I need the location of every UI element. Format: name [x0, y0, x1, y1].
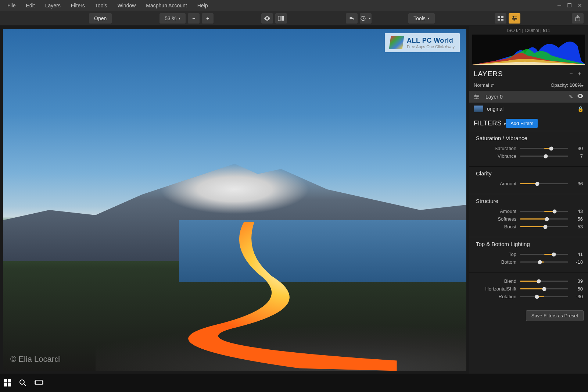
zoom-dropdown[interactable]: 53 %▾ [159, 13, 186, 24]
slider-track[interactable] [520, 281, 568, 282]
slider-value: 36 [572, 181, 583, 186]
slider-value: 39 [572, 278, 583, 284]
svg-line-19 [24, 384, 26, 386]
filters-header[interactable]: FILTERS ▾ [474, 120, 506, 127]
slider-track[interactable] [520, 254, 568, 255]
slider-row: Saturation30 [476, 146, 583, 151]
minimize-icon[interactable]: ─ [557, 3, 561, 8]
watermark-logo-icon [389, 36, 404, 49]
svg-point-12 [477, 96, 478, 97]
canvas-area[interactable]: © Elia Locardi ALL PC World Free Apps On… [0, 26, 469, 374]
search-icon[interactable] [19, 379, 26, 386]
slider-track[interactable] [520, 261, 568, 263]
menu-macphun-account[interactable]: Macphun Account [141, 0, 192, 11]
menu-tools[interactable]: Tools [90, 0, 112, 11]
slider-knob[interactable] [542, 287, 546, 291]
slider-value: 43 [572, 209, 583, 214]
svg-rect-6 [501, 19, 503, 21]
slider-label: Bottom [476, 259, 516, 265]
chevron-down-icon: ▾ [179, 16, 180, 20]
preview-button[interactable] [261, 13, 273, 24]
taskview-icon[interactable] [35, 379, 43, 386]
slider-knob[interactable] [537, 279, 541, 283]
slider-track[interactable] [520, 288, 568, 289]
adjust-panel-button[interactable] [509, 13, 520, 24]
menu-filters[interactable]: Filters [66, 0, 90, 11]
history-button[interactable]: ▾ [360, 13, 372, 24]
slider-knob[interactable] [552, 209, 556, 213]
eye-icon[interactable] [577, 94, 584, 100]
slider-knob[interactable] [544, 225, 548, 229]
slider-track[interactable] [520, 296, 568, 297]
close-icon[interactable]: ✕ [578, 3, 582, 8]
add-layer-button[interactable]: + [576, 71, 584, 77]
slider-value: 41 [572, 252, 583, 257]
zoom-out-button[interactable]: − [188, 13, 200, 24]
lock-icon: 🔒 [577, 106, 584, 112]
slider-knob[interactable] [545, 217, 549, 221]
slider-knob[interactable] [544, 154, 548, 158]
svg-point-7 [513, 16, 514, 18]
menu-file[interactable]: File [2, 0, 21, 11]
slider-track[interactable] [520, 226, 568, 227]
svg-rect-1 [282, 16, 284, 21]
slider-label: Softness [476, 216, 516, 222]
zoom-in-button[interactable]: + [202, 13, 214, 24]
remove-layer-button[interactable]: − [567, 71, 575, 77]
slider-track[interactable] [520, 148, 568, 149]
slider-track[interactable] [520, 218, 568, 220]
start-icon[interactable] [4, 379, 11, 386]
menu-window[interactable]: Window [112, 0, 141, 11]
add-filters-button[interactable]: Add Filters [506, 119, 538, 128]
tools-dropdown[interactable]: Tools▾ [408, 13, 435, 24]
svg-rect-15 [8, 379, 11, 382]
slider-label: Blend [476, 278, 516, 284]
toolbar: Open 53 %▾ − + ▾ Tools▾ [0, 11, 588, 26]
layer-name: original [487, 106, 574, 112]
filter-group-title: Saturation / Vibrance [476, 135, 583, 141]
svg-point-18 [20, 380, 24, 384]
presets-panel-button[interactable] [495, 13, 506, 24]
slider-value: 53 [572, 224, 583, 229]
export-button[interactable] [572, 13, 584, 24]
open-button[interactable]: Open [89, 13, 112, 24]
slider-knob[interactable] [535, 182, 539, 186]
photo: © Elia Locardi ALL PC World Free Apps On… [3, 29, 466, 371]
slider-row: Amount43 [476, 209, 583, 214]
slider-value: 7 [572, 153, 583, 159]
watermark: ALL PC World Free Apps One Click Away [385, 33, 460, 52]
menu-bar: FileEditLayersFiltersToolsWindowMacphun … [0, 0, 588, 11]
svg-rect-16 [4, 383, 7, 386]
slider-knob[interactable] [552, 252, 556, 256]
slider-knob[interactable] [538, 260, 542, 264]
slider-value: 50 [572, 286, 583, 292]
slider-label: Top [476, 252, 516, 257]
save-preset-button[interactable]: Save Filters as Preset [526, 310, 584, 321]
opacity-dropdown[interactable]: 100%▾ [570, 82, 584, 88]
filter-group-title: Top & Bottom Lighting [476, 241, 583, 247]
slider-row: Vibrance7 [476, 153, 583, 159]
layer-row[interactable]: original🔒 [469, 103, 588, 115]
layer-name: Layer 0 [485, 94, 565, 100]
slider-row: HorizontalShift50 [476, 286, 583, 292]
svg-rect-17 [8, 383, 11, 386]
blend-mode-dropdown[interactable]: Normal ⇵ [474, 82, 494, 88]
menu-edit[interactable]: Edit [21, 0, 40, 11]
slider-track[interactable] [520, 211, 568, 212]
compare-button[interactable] [275, 13, 287, 24]
slider-knob[interactable] [535, 295, 539, 299]
histogram[interactable] [472, 35, 585, 65]
undo-button[interactable] [346, 13, 358, 24]
svg-rect-5 [498, 19, 500, 21]
brush-icon[interactable]: ✎ [569, 94, 573, 100]
menu-layers[interactable]: Layers [40, 0, 66, 11]
slider-track[interactable] [520, 156, 568, 157]
slider-track[interactable] [520, 183, 568, 184]
menu-help[interactable]: Help [192, 0, 213, 11]
updown-icon: ⇵ [491, 83, 494, 88]
maximize-icon[interactable]: ❐ [567, 3, 572, 8]
slider-label: Amount [476, 209, 516, 214]
slider-knob[interactable] [549, 146, 553, 150]
slider-value: 30 [572, 146, 583, 151]
layer-row[interactable]: Layer 0✎ [469, 91, 588, 103]
